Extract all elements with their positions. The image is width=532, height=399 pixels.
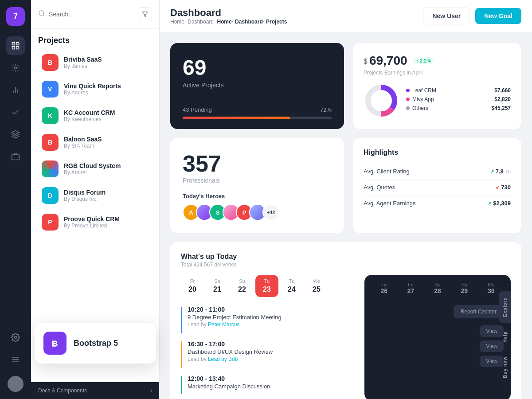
future-calendar: Tu26 Fri27 Sa28 Su29 Mo30 — [372, 282, 504, 294]
project-by: By Andres — [64, 90, 149, 96]
pending-percent: 72% — [320, 106, 332, 113]
svg-marker-16 — [142, 12, 148, 17]
right-overlay: Explore Help Buy now Tu26 Fri27 Sa28 Su2… — [364, 275, 511, 399]
project-by: By Andrei — [64, 169, 149, 176]
page-title: Dashboard — [170, 7, 287, 19]
svg-rect-2 — [12, 47, 15, 49]
nav-check[interactable] — [6, 103, 25, 121]
lead-link-2[interactable]: Lead by Bob — [208, 356, 238, 362]
docs-arrow[interactable]: › — [150, 387, 152, 394]
project-item-disqus[interactable]: D Disqus Forum By Disqus Inc. — [35, 183, 156, 208]
sidebar: Projects B Briviba SaaS By James V Vine … — [31, 0, 160, 399]
user-avatar[interactable] — [8, 376, 23, 392]
event-name-3: Marketing Campaign Discussion — [188, 383, 270, 390]
explore-tab[interactable]: Explore — [499, 291, 511, 323]
project-name: KC Account CRM — [64, 109, 149, 116]
project-logo-baloon: B — [42, 134, 59, 151]
earnings-card: $ 69,700 ↑ 2.2% Projects Earnings in Apr… — [353, 43, 521, 129]
trend-up-icon: ↗ — [490, 169, 494, 174]
project-logo-proove: P — [42, 214, 59, 231]
projects-title: Projects — [31, 29, 159, 49]
schedule-subtitle: Total 424,567 deliveries — [181, 262, 237, 268]
event-time-2: 16:30 - 17:00 — [188, 340, 273, 348]
project-item-vine[interactable]: V Vine Quick Reports By Andres — [35, 76, 156, 102]
search-input[interactable] — [49, 11, 134, 18]
cal-day-25[interactable]: We 25 — [305, 275, 328, 297]
project-by: By Disqus Inc. — [64, 196, 149, 202]
highlight-row-quotes: Avg. Quotes ↙ 730 — [364, 180, 511, 196]
currency-symbol: $ — [364, 58, 368, 66]
nav-menu[interactable] — [6, 350, 25, 369]
active-projects-card: 69 Active Projects 43 Pending 72% — [170, 43, 344, 129]
project-name: Vine Quick Reports — [64, 82, 149, 90]
bootstrap-popup[interactable]: Bootstrap 5 — [35, 323, 156, 364]
docs-label: Docs & Components — [38, 387, 87, 394]
cal-day-20[interactable]: Fr 20 — [181, 275, 204, 297]
active-projects-label: Active Projects — [183, 82, 332, 89]
legend-mivy: Mivy App $2,820 — [406, 96, 511, 102]
others-value: $45,257 — [492, 105, 511, 111]
calendar-days: Fr 20 Sa 21 Su 22 Tu 23 — [181, 275, 356, 297]
project-logo-vine: V — [42, 81, 59, 98]
active-projects-count: 69 — [183, 55, 332, 80]
lead-link-1[interactable]: Peter Marcus — [208, 321, 239, 328]
event-time-1: 10:20 - 11:00 — [188, 306, 282, 313]
new-goal-button[interactable]: New Goal — [475, 8, 521, 24]
nav-briefcase[interactable] — [6, 147, 25, 166]
user-number-badge[interactable]: 7 — [6, 7, 25, 26]
earnings-badge: ↑ 2.2% — [413, 57, 435, 64]
legend-leaf: Leaf CRM $7,660 — [406, 87, 511, 94]
earnings-amount: 69,700 — [369, 54, 407, 68]
project-by: By Keenthemes — [64, 116, 149, 122]
professionals-card: 357 Professionals Today's Heroes A S P — [170, 138, 344, 233]
nav-chart[interactable] — [6, 81, 25, 99]
event-bar-2 — [181, 341, 182, 368]
nav-settings[interactable] — [6, 328, 25, 347]
filter-button[interactable] — [138, 7, 152, 21]
progress-bar — [183, 117, 332, 119]
cal-day-24[interactable]: Tu 24 — [280, 275, 303, 297]
event-bar-1 — [181, 307, 182, 333]
project-item-proove[interactable]: P Proove Quick CRM By Proove Limited — [35, 209, 156, 235]
schedule-card: What's up Today Total 424,567 deliveries… — [170, 242, 521, 399]
project-logo-rgb — [42, 160, 59, 177]
header: Dashboard Home- Dashboard- Home- Dashboa… — [160, 0, 532, 32]
cal-day-23[interactable]: Tu 23 — [255, 275, 278, 297]
project-name: Disqus Forum — [64, 189, 149, 196]
trend-down-icon: ↙ — [496, 185, 499, 190]
nav-layers[interactable] — [6, 125, 25, 144]
svg-marker-8 — [12, 131, 20, 134]
highlight-value-earnings: ↗ $2,309 — [488, 200, 511, 207]
event-item-2: 16:30 - 17:00 Dashboard UI/UX Design Rev… — [181, 340, 356, 368]
progress-fill — [183, 117, 290, 119]
highlight-label-quotes: Avg. Quotes — [364, 184, 395, 191]
schedule-title: What's up Today — [181, 253, 237, 261]
project-item-kc[interactable]: K KC Account CRM By Keenthemes — [35, 103, 156, 129]
nav-grid[interactable] — [6, 59, 25, 77]
cal-day-21[interactable]: Sa 21 — [206, 275, 229, 297]
content-area: 69 Active Projects 43 Pending 72% $ 69,7… — [160, 32, 532, 399]
project-logo-briviba: B — [42, 54, 59, 71]
buynow-tab[interactable]: Buy now — [499, 350, 511, 384]
nav-dashboard[interactable] — [6, 36, 25, 55]
highlight-row-earnings: Avg. Agent Earnings ↗ $2,309 — [364, 196, 511, 211]
report-center-button[interactable]: Report Cecnter — [454, 305, 504, 318]
heroes-more: +42 — [262, 204, 279, 221]
project-item-rgb[interactable]: RGB Cloud System By Andrei — [35, 156, 156, 182]
svg-line-15 — [43, 15, 44, 16]
svg-point-10 — [15, 336, 17, 339]
donut-container: Leaf CRM $7,660 Mivy App $2,820 — [364, 83, 511, 118]
leaf-dot — [406, 89, 410, 92]
event-item-1: 10:20 - 11:00 9 Degree Project Estimatio… — [181, 306, 356, 333]
help-tab[interactable]: Help — [499, 325, 511, 349]
event-time-3: 12:00 - 13:40 — [188, 375, 270, 382]
highlight-label-rating: Avg. Client Rating — [364, 168, 410, 175]
project-item-briviba[interactable]: B Briviba SaaS By James — [35, 50, 156, 75]
new-user-button[interactable]: New User — [423, 8, 470, 24]
cal-day-22[interactable]: Su 22 — [231, 275, 254, 297]
earnings-legend: Leaf CRM $7,660 Mivy App $2,820 — [406, 87, 511, 114]
project-item-baloon[interactable]: B Baloon SaaS By SIA Team — [35, 129, 156, 155]
search-icon — [38, 10, 45, 19]
breadcrumb: Home- Dashboard- Home- Dashboard- Projec… — [170, 19, 287, 25]
svg-point-14 — [39, 11, 44, 16]
